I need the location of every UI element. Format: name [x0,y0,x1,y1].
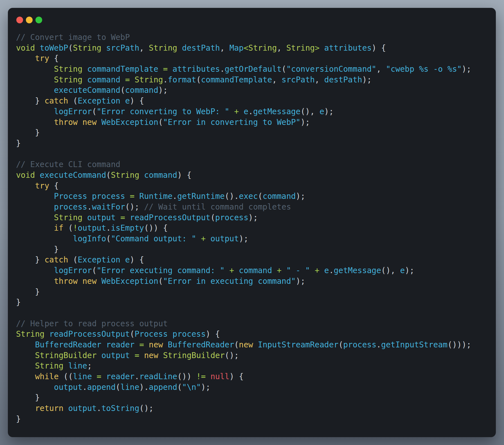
code-line: try { [16,181,493,191]
code-line: String line; [16,361,493,371]
code-line: } [16,127,493,138]
code-line: void executeCommand(String command) { [16,170,493,181]
code-line: throw new WebException("Error in convert… [16,117,493,128]
code-line: String readProcessOutput(Process process… [16,329,493,340]
code-line: output.append(line).append("\n"); [16,382,493,393]
code-editor[interactable]: // Convert image to WebPvoid toWebP(Stri… [16,32,493,424]
code-window: // Convert image to WebPvoid toWebP(Stri… [8,8,496,437]
code-line: String command = String.format(commandTe… [16,75,493,85]
code-line: void toWebP(String srcPath, String destP… [16,43,493,53]
code-line: } catch (Exception e) { [16,96,493,106]
code-line: StringBuilder output = new StringBuilder… [16,350,493,361]
close-button[interactable] [16,17,23,23]
code-line: logError("Error executing command: " + c… [16,265,493,276]
window-titlebar [16,17,42,23]
code-line: // Convert image to WebP [16,32,493,43]
code-line: logError("Error converting to WebP: " + … [16,106,493,117]
code-line: return output.toString(); [16,403,493,414]
code-line: process.waitFor(); // Wait until command… [16,202,493,212]
zoom-button[interactable] [35,17,42,23]
code-line: } [16,414,493,424]
code-line: try { [16,53,493,64]
code-line: } [16,138,493,149]
code-line: } [16,244,493,255]
code-line: BufferedReader reader = new BufferedRead… [16,340,493,350]
code-line: logInfo("Command output: " + output); [16,233,493,244]
code-line [16,308,493,318]
code-line: Process process = Runtime.getRuntime().e… [16,191,493,202]
code-line: // Execute CLI command [16,159,493,170]
code-line: String output = readProcessOutput(proces… [16,212,493,223]
code-line: } catch (Exception e) { [16,255,493,265]
code-line: while ((line = reader.readLine()) != nul… [16,371,493,382]
code-line: executeCommand(command); [16,85,493,96]
minimize-button[interactable] [26,17,33,23]
code-line: throw new WebException("Error in executi… [16,276,493,287]
code-line: // Helper to read process output [16,318,493,329]
code-line: String commandTemplate = attributes.getO… [16,64,493,75]
code-line: if (!output.isEmpty()) { [16,223,493,233]
code-line: } [16,297,493,308]
desktop-background: // Convert image to WebPvoid toWebP(Stri… [0,0,504,445]
code-line: } [16,392,493,403]
code-line: } [16,287,493,297]
code-line [16,149,493,159]
